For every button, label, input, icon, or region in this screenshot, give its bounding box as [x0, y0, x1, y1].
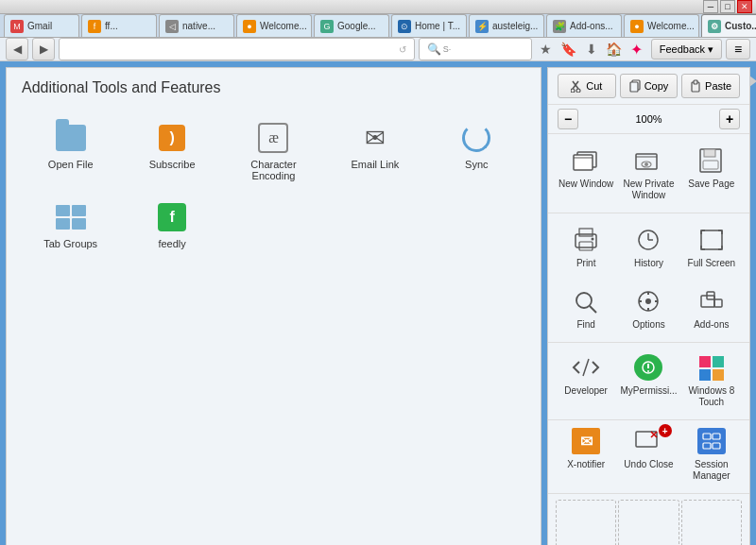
new-window-label: New Window: [558, 179, 613, 190]
maximize-button[interactable]: □: [720, 0, 735, 13]
bookmark-icon[interactable]: 🔖: [558, 39, 579, 60]
popup-grid-5: ✉ X-notifier +: [548, 420, 749, 494]
print-svg: [572, 227, 600, 253]
print-label: Print: [576, 258, 596, 269]
win8touch-icon: [696, 352, 727, 383]
tool-char-encoding[interactable]: æ Character Encoding: [225, 113, 322, 189]
full-screen-item[interactable]: Full Screen: [681, 219, 742, 275]
tool-email-link[interactable]: ✉ Email Link: [326, 113, 423, 189]
tab-favicon-google: G: [320, 20, 334, 33]
developer-label: Developer: [564, 385, 608, 397]
svg-line-37: [583, 359, 589, 376]
session-manager-bg: [697, 428, 726, 454]
svg-line-27: [590, 306, 596, 313]
developer-svg: [572, 354, 600, 381]
new-private-window-item[interactable]: New Private Window: [618, 140, 679, 207]
feedly-icon: f: [158, 203, 186, 231]
svg-rect-49: [713, 434, 720, 439]
clipboard-row: Cut Copy Paste: [548, 68, 749, 105]
tab-favicon-austeleig: ⚡: [475, 20, 489, 33]
developer-item[interactable]: Developer: [556, 347, 616, 414]
tab-favicon-addons: 🧩: [553, 20, 566, 33]
tool-subscribe[interactable]: ) Subscribe: [123, 113, 220, 189]
save-page-label: Save Page: [688, 179, 734, 190]
session-manager-icon: [696, 426, 727, 456]
email-icon: ✉: [365, 124, 386, 153]
home-icon[interactable]: 🏠: [604, 39, 625, 60]
feedly-label: feedly: [158, 238, 185, 249]
find-icon: [571, 286, 601, 316]
feedback-label: Feedback: [660, 43, 705, 55]
star-icon[interactable]: ★: [536, 39, 557, 60]
tab-addons[interactable]: 🧩 Add-ons...: [546, 14, 622, 37]
search-bar[interactable]: 🔍 S·: [419, 38, 532, 60]
copy-icon: [629, 79, 641, 93]
mypermissions-item[interactable]: MyPermissi...: [618, 347, 679, 414]
svg-rect-20: [579, 242, 593, 250]
forward-button[interactable]: ▶: [32, 38, 55, 60]
zoom-out-button[interactable]: −: [558, 109, 578, 129]
undo-close-item[interactable]: + Undo Close: [618, 420, 679, 487]
addons-svg: [697, 288, 726, 315]
paste-button[interactable]: Paste: [681, 74, 740, 98]
history-item[interactable]: History: [618, 219, 679, 275]
tool-sync[interactable]: Sync: [428, 113, 525, 189]
addons-item[interactable]: Add-ons: [681, 281, 742, 336]
private-window-svg: [634, 148, 662, 173]
menu-button[interactable]: ≡: [726, 39, 750, 60]
minimize-button[interactable]: ─: [703, 0, 718, 13]
new-window-item[interactable]: New Window: [556, 140, 616, 207]
fullscreen-svg: [697, 227, 726, 253]
zoom-in-button[interactable]: +: [719, 109, 740, 129]
tab-austeleig[interactable]: ⚡ austeleig...: [469, 14, 544, 37]
svg-rect-50: [703, 443, 711, 449]
svg-point-21: [592, 238, 594, 241]
close-button[interactable]: ✕: [737, 0, 752, 13]
developer-icon: [571, 352, 601, 383]
char-encoding-icon-wrap: æ: [256, 121, 290, 155]
full-screen-icon: [696, 225, 727, 255]
undo-close-badge: +: [659, 424, 672, 437]
tool-feedly[interactable]: f feedly: [123, 193, 220, 257]
address-bar[interactable]: ↺: [59, 38, 415, 60]
find-item[interactable]: Find: [556, 281, 616, 336]
svg-rect-34: [701, 296, 714, 307]
svg-point-3: [576, 89, 580, 93]
session-manager-label: Session Manager: [683, 459, 740, 482]
customize-header: Additional Tools and Features: [7, 68, 541, 106]
main-area: Additional Tools and Features Open File …: [0, 61, 756, 545]
download-icon[interactable]: ⬇: [581, 39, 602, 60]
tools-grid: Open File ) Subscribe æ Character Encodi…: [7, 106, 541, 264]
tab-welcome[interactable]: ● Welcome...: [236, 14, 312, 37]
save-page-item[interactable]: Save Page: [681, 140, 742, 207]
feedback-button[interactable]: Feedback ▾: [651, 39, 722, 60]
xnotifier-item[interactable]: ✉ X-notifier: [556, 420, 616, 487]
back-button[interactable]: ◀: [6, 38, 28, 60]
xnotifier-x: ✉: [580, 433, 593, 451]
session-manager-item[interactable]: Session Manager: [681, 420, 742, 487]
tool-tab-groups[interactable]: Tab Groups: [22, 193, 119, 257]
copy-button[interactable]: Copy: [620, 74, 679, 98]
tab-home[interactable]: ⊙ Home | T...: [391, 14, 467, 37]
addon-icon[interactable]: ✦: [627, 39, 647, 60]
tab-gmail[interactable]: M Gmail: [4, 14, 79, 37]
cut-button[interactable]: Cut: [558, 74, 616, 98]
empty-slot-2: [618, 500, 679, 545]
print-item[interactable]: Print: [556, 219, 616, 275]
tabgroups-icon: [56, 205, 86, 230]
tool-open-file[interactable]: Open File: [22, 113, 119, 189]
tab-custo[interactable]: ⚙ Custo...: [701, 14, 756, 37]
empty-slot-1: [556, 500, 616, 545]
options-item[interactable]: Options: [618, 281, 679, 336]
tab-google[interactable]: G Google...: [314, 14, 389, 37]
tab-native[interactable]: ◁ native...: [159, 14, 234, 37]
new-private-window-label: New Private Window: [620, 179, 677, 201]
undo-close-label: Undo Close: [624, 459, 673, 470]
tab-welcome2[interactable]: ● Welcome...: [624, 14, 699, 37]
svg-point-40: [647, 370, 649, 372]
tab-ff[interactable]: f ff...: [81, 14, 157, 37]
addons-icon: [696, 286, 727, 316]
tab-favicon-ff: f: [88, 20, 101, 33]
win8touch-item[interactable]: Windows 8 Touch: [681, 347, 742, 414]
search-engine-icon: S·: [443, 44, 452, 54]
